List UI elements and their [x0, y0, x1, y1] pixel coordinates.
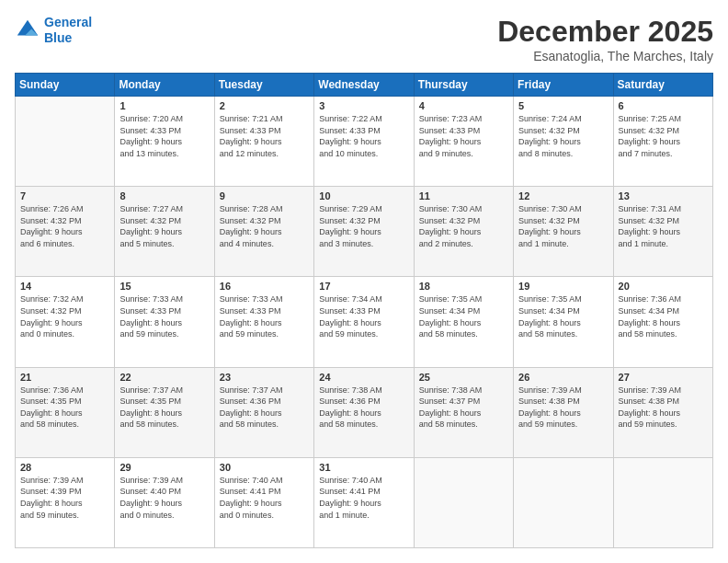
day-info: Sunrise: 7:30 AM Sunset: 4:32 PM Dayligh… [419, 203, 508, 249]
day-number: 30 [220, 462, 309, 473]
calendar-day: 20Sunrise: 7:36 AM Sunset: 4:34 PM Dayli… [613, 277, 712, 367]
header: General Blue December 2025 Esanatoglia, … [15, 15, 713, 63]
page: General Blue December 2025 Esanatoglia, … [0, 0, 728, 563]
day-number: 11 [419, 190, 508, 201]
day-info: Sunrise: 7:39 AM Sunset: 4:40 PM Dayligh… [119, 475, 209, 521]
title-block: December 2025 Esanatoglia, The Marches, … [497, 15, 713, 63]
day-info: Sunrise: 7:39 AM Sunset: 4:38 PM Dayligh… [619, 385, 708, 431]
calendar-day: 18Sunrise: 7:35 AM Sunset: 4:34 PM Dayli… [414, 277, 513, 367]
calendar-day: 24Sunrise: 7:38 AM Sunset: 4:36 PM Dayli… [314, 367, 414, 457]
day-info: Sunrise: 7:33 AM Sunset: 4:33 PM Dayligh… [119, 293, 209, 339]
calendar-day: 10Sunrise: 7:29 AM Sunset: 4:32 PM Dayli… [314, 187, 414, 277]
calendar-day: 29Sunrise: 7:39 AM Sunset: 4:40 PM Dayli… [115, 457, 214, 547]
calendar-day: 22Sunrise: 7:37 AM Sunset: 4:35 PM Dayli… [115, 367, 214, 457]
day-info: Sunrise: 7:27 AM Sunset: 4:32 PM Dayligh… [119, 203, 209, 249]
day-number: 5 [518, 100, 608, 111]
location-subtitle: Esanatoglia, The Marches, Italy [497, 49, 713, 63]
day-number: 29 [119, 462, 209, 473]
day-number: 2 [220, 100, 309, 111]
header-wednesday: Wednesday [314, 74, 414, 97]
calendar-day: 23Sunrise: 7:37 AM Sunset: 4:36 PM Dayli… [214, 367, 313, 457]
day-info: Sunrise: 7:38 AM Sunset: 4:36 PM Dayligh… [319, 385, 408, 431]
day-info: Sunrise: 7:33 AM Sunset: 4:33 PM Dayligh… [220, 293, 309, 339]
day-number: 17 [319, 281, 408, 292]
day-number: 20 [619, 281, 708, 292]
calendar-day: 19Sunrise: 7:35 AM Sunset: 4:34 PM Dayli… [514, 277, 613, 367]
day-info: Sunrise: 7:39 AM Sunset: 4:38 PM Dayligh… [518, 385, 608, 431]
day-number: 1 [119, 100, 209, 111]
day-number: 19 [518, 281, 608, 292]
day-info: Sunrise: 7:34 AM Sunset: 4:33 PM Dayligh… [319, 293, 408, 339]
calendar-day: 9Sunrise: 7:28 AM Sunset: 4:32 PM Daylig… [214, 187, 313, 277]
day-info: Sunrise: 7:37 AM Sunset: 4:35 PM Dayligh… [119, 385, 209, 431]
calendar-day: 15Sunrise: 7:33 AM Sunset: 4:33 PM Dayli… [115, 277, 214, 367]
calendar-day [16, 97, 115, 187]
calendar-day: 28Sunrise: 7:39 AM Sunset: 4:39 PM Dayli… [16, 457, 115, 547]
calendar-day: 30Sunrise: 7:40 AM Sunset: 4:41 PM Dayli… [214, 457, 313, 547]
calendar-day [514, 457, 613, 547]
calendar-day: 12Sunrise: 7:30 AM Sunset: 4:32 PM Dayli… [514, 187, 613, 277]
calendar-day: 3Sunrise: 7:22 AM Sunset: 4:33 PM Daylig… [314, 97, 414, 187]
calendar-day: 25Sunrise: 7:38 AM Sunset: 4:37 PM Dayli… [414, 367, 513, 457]
day-number: 24 [319, 372, 408, 383]
calendar-header-row: SundayMondayTuesdayWednesdayThursdayFrid… [16, 74, 713, 97]
calendar-day: 8Sunrise: 7:27 AM Sunset: 4:32 PM Daylig… [115, 187, 214, 277]
day-number: 28 [20, 462, 109, 473]
calendar-day: 16Sunrise: 7:33 AM Sunset: 4:33 PM Dayli… [214, 277, 313, 367]
logo: General Blue [15, 15, 92, 46]
day-info: Sunrise: 7:37 AM Sunset: 4:36 PM Dayligh… [220, 385, 309, 431]
calendar-day: 14Sunrise: 7:32 AM Sunset: 4:32 PM Dayli… [16, 277, 115, 367]
day-number: 18 [419, 281, 508, 292]
day-info: Sunrise: 7:21 AM Sunset: 4:33 PM Dayligh… [220, 113, 309, 159]
day-number: 21 [20, 372, 109, 383]
calendar-week-row: 28Sunrise: 7:39 AM Sunset: 4:39 PM Dayli… [16, 457, 713, 547]
day-info: Sunrise: 7:23 AM Sunset: 4:33 PM Dayligh… [419, 113, 508, 159]
header-monday: Monday [115, 74, 214, 97]
logo-text: General Blue [44, 15, 92, 46]
calendar-day: 2Sunrise: 7:21 AM Sunset: 4:33 PM Daylig… [214, 97, 313, 187]
day-info: Sunrise: 7:39 AM Sunset: 4:39 PM Dayligh… [20, 475, 109, 521]
day-info: Sunrise: 7:26 AM Sunset: 4:32 PM Dayligh… [20, 203, 109, 249]
calendar-day [613, 457, 712, 547]
day-number: 3 [319, 100, 408, 111]
header-tuesday: Tuesday [214, 74, 313, 97]
day-info: Sunrise: 7:22 AM Sunset: 4:33 PM Dayligh… [319, 113, 408, 159]
calendar-day: 11Sunrise: 7:30 AM Sunset: 4:32 PM Dayli… [414, 187, 513, 277]
day-info: Sunrise: 7:24 AM Sunset: 4:32 PM Dayligh… [518, 113, 608, 159]
logo-blue: Blue [44, 30, 92, 46]
day-number: 8 [119, 190, 209, 201]
day-number: 13 [619, 190, 708, 201]
day-number: 12 [518, 190, 608, 201]
day-info: Sunrise: 7:29 AM Sunset: 4:32 PM Dayligh… [319, 203, 408, 249]
calendar-day: 6Sunrise: 7:25 AM Sunset: 4:32 PM Daylig… [613, 97, 712, 187]
day-number: 9 [220, 190, 309, 201]
logo-icon [15, 17, 40, 43]
header-thursday: Thursday [414, 74, 513, 97]
day-number: 23 [220, 372, 309, 383]
day-number: 22 [119, 372, 209, 383]
day-number: 27 [619, 372, 708, 383]
day-number: 31 [319, 462, 408, 473]
calendar-day: 13Sunrise: 7:31 AM Sunset: 4:32 PM Dayli… [613, 187, 712, 277]
calendar-table: SundayMondayTuesdayWednesdayThursdayFrid… [15, 73, 713, 548]
calendar-day: 1Sunrise: 7:20 AM Sunset: 4:33 PM Daylig… [115, 97, 214, 187]
header-saturday: Saturday [613, 74, 712, 97]
day-number: 25 [419, 372, 508, 383]
day-number: 10 [319, 190, 408, 201]
day-info: Sunrise: 7:31 AM Sunset: 4:32 PM Dayligh… [619, 203, 708, 249]
day-info: Sunrise: 7:35 AM Sunset: 4:34 PM Dayligh… [419, 293, 508, 339]
day-number: 7 [20, 190, 109, 201]
day-info: Sunrise: 7:36 AM Sunset: 4:35 PM Dayligh… [20, 385, 109, 431]
month-title: December 2025 [497, 15, 713, 49]
calendar-day: 31Sunrise: 7:40 AM Sunset: 4:41 PM Dayli… [314, 457, 414, 547]
calendar-day [414, 457, 513, 547]
day-info: Sunrise: 7:38 AM Sunset: 4:37 PM Dayligh… [419, 385, 508, 431]
day-number: 16 [220, 281, 309, 292]
header-friday: Friday [514, 74, 613, 97]
day-info: Sunrise: 7:32 AM Sunset: 4:32 PM Dayligh… [20, 293, 109, 339]
logo-general: General [44, 15, 92, 29]
calendar-day: 21Sunrise: 7:36 AM Sunset: 4:35 PM Dayli… [16, 367, 115, 457]
calendar-week-row: 1Sunrise: 7:20 AM Sunset: 4:33 PM Daylig… [16, 97, 713, 187]
day-number: 14 [20, 281, 109, 292]
calendar-week-row: 14Sunrise: 7:32 AM Sunset: 4:32 PM Dayli… [16, 277, 713, 367]
